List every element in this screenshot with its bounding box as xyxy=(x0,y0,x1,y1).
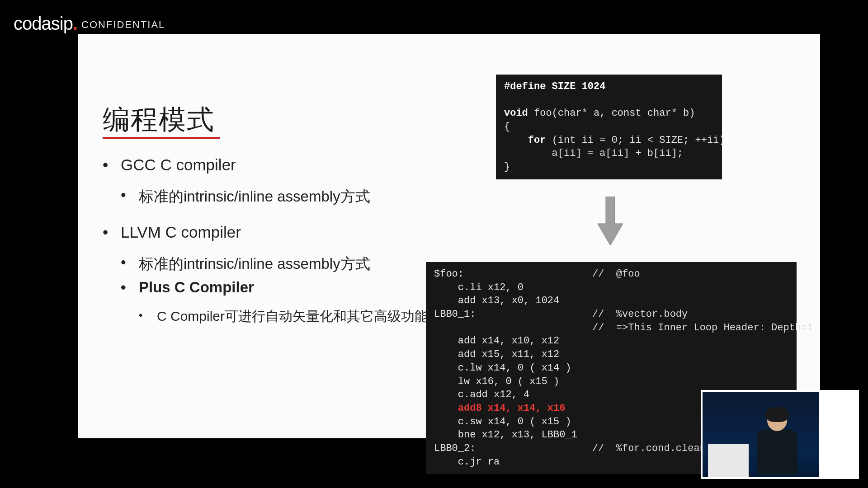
arrow-down-icon xyxy=(597,197,624,246)
code-line: } xyxy=(504,161,510,173)
bullet-text: Plus C Compiler xyxy=(139,279,254,296)
code-line: foo(char* a, const char* b) xyxy=(534,108,695,119)
bullet-list: GCC C compiler 标准的intrinsic/inline assem… xyxy=(103,156,451,326)
code-source-c: #define SIZE 1024 void foo(char* a, cons… xyxy=(496,75,722,179)
code-line: a[ii] = a[ii] + b[ii]; xyxy=(504,148,683,159)
asm-comment: // =>This Inner Loop Header: Depth=1 xyxy=(592,322,813,333)
asm-line-highlight: add8 x14, x14, x16 xyxy=(434,403,565,414)
bullet-gcc: GCC C compiler 标准的intrinsic/inline assem… xyxy=(103,156,451,207)
asm-line: $foo: xyxy=(434,268,464,280)
slide-title: 编程模式 xyxy=(103,102,215,138)
pip-speaker-figure xyxy=(752,409,802,477)
asm-line: c.jr ra xyxy=(434,456,500,468)
asm-line: c.sw x14, 0 ( x15 ) xyxy=(434,416,571,427)
bullet-text: C Compiler可进行自动矢量化和其它高级功能 xyxy=(157,309,428,324)
code-kw: for xyxy=(504,135,552,146)
speaker-camera-overlay xyxy=(701,390,859,479)
bullet-plus-c: Plus C Compiler C Compiler可进行自动矢量化和其它高级功… xyxy=(121,279,451,326)
bullet-text: 标准的intrinsic/inline assembly方式 xyxy=(139,255,370,272)
asm-line: add x14, x10, x12 xyxy=(434,335,559,347)
bullet-text: 标准的intrinsic/inline assembly方式 xyxy=(139,188,370,205)
asm-line: lw x16, 0 ( x15 ) xyxy=(434,376,559,387)
asm-comment: // @foo xyxy=(592,268,640,280)
bullet-plus-c-detail: C Compiler可进行自动矢量化和其它高级功能 xyxy=(139,307,451,326)
code-line: (int ii = 0; ii < SIZE; ++ii) xyxy=(552,135,725,146)
bullet-text: GCC C compiler xyxy=(121,156,236,174)
bullet-gcc-sub: 标准的intrinsic/inline assembly方式 xyxy=(121,187,451,207)
confidential-label: CONFIDENTIAL xyxy=(81,19,165,31)
asm-comment: // %for.cond.cleanup xyxy=(592,443,717,454)
brand-dot-icon: . xyxy=(73,14,77,33)
asm-comment: // %vector.body xyxy=(592,309,688,320)
asm-line: bne x12, x13, LBB0_1 xyxy=(434,429,577,441)
bullet-llvm: LLVM C compiler 标准的intrinsic/inline asse… xyxy=(103,223,451,326)
pip-podium xyxy=(708,444,749,477)
bullet-llvm-sub1: 标准的intrinsic/inline assembly方式 xyxy=(121,254,451,274)
asm-line: c.add x12, 4 xyxy=(434,389,529,400)
speaker-camera-frame xyxy=(703,392,857,477)
asm-line: c.lw x14, 0 ( x14 ) xyxy=(434,362,571,374)
stage: codasip. CONFIDENTIAL 5 编程模式 GCC C compi… xyxy=(0,0,868,488)
asm-line: add x13, x0, 1024 xyxy=(434,295,559,306)
asm-line: c.li x12, 0 xyxy=(434,282,524,293)
asm-line: LBB0_2: xyxy=(434,443,476,454)
slide-body: 编程模式 GCC C compiler 标准的intrinsic/inline … xyxy=(78,34,820,438)
title-underline xyxy=(103,137,220,139)
brand-text: codasip xyxy=(14,14,73,33)
asm-line: LBB0_1: xyxy=(434,309,476,320)
code-kw: void xyxy=(504,108,534,119)
code-line: { xyxy=(504,121,510,132)
asm-line: add x15, x11, x12 xyxy=(434,349,559,360)
brand-logo: codasip. xyxy=(14,14,77,34)
bullet-text: LLVM C compiler xyxy=(121,223,241,241)
code-line: #define SIZE 1024 xyxy=(504,81,605,92)
pip-screen-reflection xyxy=(819,392,857,477)
